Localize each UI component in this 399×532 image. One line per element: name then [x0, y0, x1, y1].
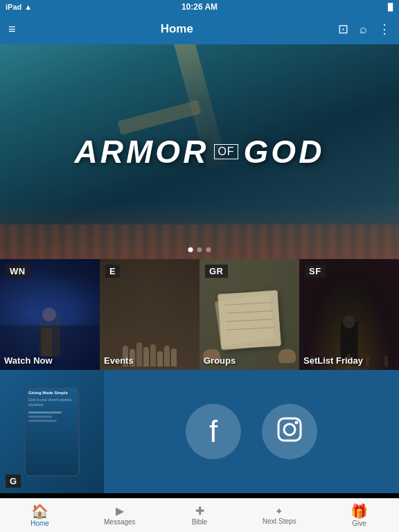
- instagram-button[interactable]: [262, 404, 317, 459]
- cards-section: Giving Made Simple Give to your church a…: [0, 370, 399, 493]
- status-bar-left: iPad ▲: [6, 3, 32, 11]
- tab-give[interactable]: 🎁 Give: [319, 499, 399, 532]
- card-social: f: [104, 370, 399, 493]
- hero-dot-2[interactable]: [197, 247, 202, 252]
- tab-next-steps[interactable]: ✦ Next Steps: [240, 499, 319, 532]
- hero-pagination-dots: [188, 247, 211, 252]
- facebook-icon: f: [209, 416, 218, 447]
- cast-icon[interactable]: ⊡: [338, 21, 348, 37]
- carrier-label: iPad: [6, 3, 21, 11]
- page-title: Home: [161, 22, 193, 36]
- grid-item-groups[interactable]: GR Groups: [200, 259, 299, 370]
- search-icon[interactable]: ⌕: [360, 22, 367, 37]
- hero-dot-1[interactable]: [188, 247, 193, 252]
- setlist-badge: SF: [305, 265, 326, 278]
- hero-dot-3[interactable]: [206, 247, 211, 252]
- svg-point-1: [284, 424, 295, 435]
- watch-now-badge: WN: [6, 265, 30, 278]
- hero-of-text: OF: [214, 144, 238, 159]
- bible-tab-label: Bible: [192, 518, 207, 526]
- phone-screen: Giving Made Simple Give to your church a…: [26, 388, 78, 475]
- more-icon[interactable]: ⋮: [378, 21, 391, 37]
- phone-mockup: Giving Made Simple Give to your church a…: [24, 387, 80, 477]
- wifi-icon: ▲: [24, 3, 32, 11]
- hero-banner[interactable]: ARMOR OF GOD: [0, 44, 399, 259]
- events-label: Events: [104, 355, 134, 366]
- grid-item-setlist[interactable]: SF SetList Friday: [299, 259, 399, 370]
- giving-badge: G: [6, 475, 21, 488]
- phone-screen-title: Giving Made Simple: [28, 391, 76, 395]
- battery-icon: ▉: [388, 3, 393, 11]
- hero-armor-text: ARMOR: [75, 133, 209, 170]
- setlist-label: SetList Friday: [303, 355, 363, 366]
- tab-messages[interactable]: ▶ Messages: [80, 499, 159, 532]
- nav-bar-right: ⊡ ⌕ ⋮: [338, 21, 391, 37]
- watch-now-label: Watch Now: [4, 355, 53, 366]
- svg-point-2: [295, 421, 299, 425]
- bible-tab-icon: ✚: [195, 506, 204, 517]
- home-tab-label: Home: [30, 520, 49, 527]
- next-steps-tab-icon: ✦: [275, 506, 283, 516]
- status-bar: iPad ▲ 10:26 AM ▉: [0, 0, 399, 14]
- card-giving[interactable]: Giving Made Simple Give to your church a…: [0, 370, 104, 493]
- tab-home[interactable]: 🏠 Home: [0, 499, 80, 532]
- next-steps-tab-label: Next Steps: [263, 517, 296, 525]
- hero-god-text: GOD: [244, 133, 325, 170]
- give-tab-icon: 🎁: [351, 504, 368, 518]
- menu-icon[interactable]: ≡: [8, 22, 16, 37]
- messages-tab-label: Messages: [104, 518, 136, 526]
- nav-bar: ≡ Home ⊡ ⌕ ⋮: [0, 14, 399, 44]
- status-bar-right: ▉: [388, 3, 393, 11]
- groups-badge: GR: [205, 265, 228, 278]
- events-badge: E: [105, 265, 120, 278]
- home-tab-icon: 🏠: [31, 504, 48, 518]
- tab-bar: 🏠 Home ▶ Messages ✚ Bible ✦ Next Steps 🎁…: [0, 498, 399, 532]
- status-bar-time: 10:26 AM: [181, 2, 218, 12]
- facebook-button[interactable]: f: [186, 404, 241, 459]
- give-tab-label: Give: [352, 520, 366, 527]
- grid-item-watch-now[interactable]: WN Watch Now: [0, 259, 100, 370]
- messages-tab-icon: ▶: [116, 506, 124, 517]
- grid-item-events[interactable]: E Events: [100, 259, 200, 370]
- hero-title-text: ARMOR OF GOD: [75, 133, 325, 170]
- phone-screen-text: Give to your church anytime, anywhere: [28, 398, 76, 407]
- groups-label: Groups: [204, 355, 236, 366]
- tab-bible[interactable]: ✚ Bible: [159, 499, 239, 532]
- grid-section: WN Watch Now E Events: [0, 259, 399, 370]
- hero-title: ARMOR OF GOD: [75, 133, 325, 170]
- nav-bar-left: ≡: [8, 22, 16, 37]
- instagram-icon: [274, 414, 305, 449]
